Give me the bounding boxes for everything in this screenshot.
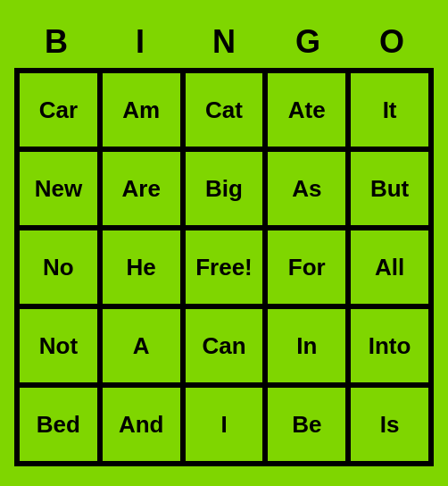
cell-4-3[interactable]: Be — [265, 385, 348, 464]
bingo-card: B I N G O Car Am Cat Ate It New Are Big … — [5, 11, 443, 475]
bingo-header: B I N G O — [14, 20, 434, 64]
header-b: B — [14, 20, 98, 64]
cell-4-2[interactable]: I — [183, 385, 266, 464]
cell-0-3[interactable]: Ate — [265, 71, 348, 149]
cell-4-1[interactable]: And — [100, 385, 183, 464]
cell-3-0[interactable]: Not — [17, 306, 100, 385]
cell-4-0[interactable]: Bed — [17, 385, 100, 464]
cell-0-1[interactable]: Am — [100, 71, 183, 149]
cell-2-0[interactable]: No — [17, 228, 100, 306]
cell-3-2[interactable]: Can — [183, 306, 266, 385]
cell-0-4[interactable]: It — [348, 71, 431, 149]
header-n: N — [182, 20, 266, 64]
cell-1-1[interactable]: Are — [100, 149, 183, 228]
cell-0-2[interactable]: Cat — [183, 71, 266, 149]
cell-1-3[interactable]: As — [265, 149, 348, 228]
cell-1-4[interactable]: But — [348, 149, 431, 228]
cell-0-0[interactable]: Car — [17, 71, 100, 149]
cell-3-4[interactable]: Into — [348, 306, 431, 385]
cell-4-4[interactable]: Is — [348, 385, 431, 464]
header-o: O — [350, 20, 434, 64]
bingo-grid: Car Am Cat Ate It New Are Big As But No … — [14, 68, 434, 466]
cell-3-1[interactable]: A — [100, 306, 183, 385]
cell-2-3[interactable]: For — [265, 228, 348, 306]
cell-3-3[interactable]: In — [265, 306, 348, 385]
cell-2-1[interactable]: He — [100, 228, 183, 306]
cell-2-4[interactable]: All — [348, 228, 431, 306]
header-g: G — [266, 20, 350, 64]
cell-1-0[interactable]: New — [17, 149, 100, 228]
cell-1-2[interactable]: Big — [183, 149, 266, 228]
cell-2-2[interactable]: Free! — [183, 228, 266, 306]
header-i: I — [98, 20, 182, 64]
